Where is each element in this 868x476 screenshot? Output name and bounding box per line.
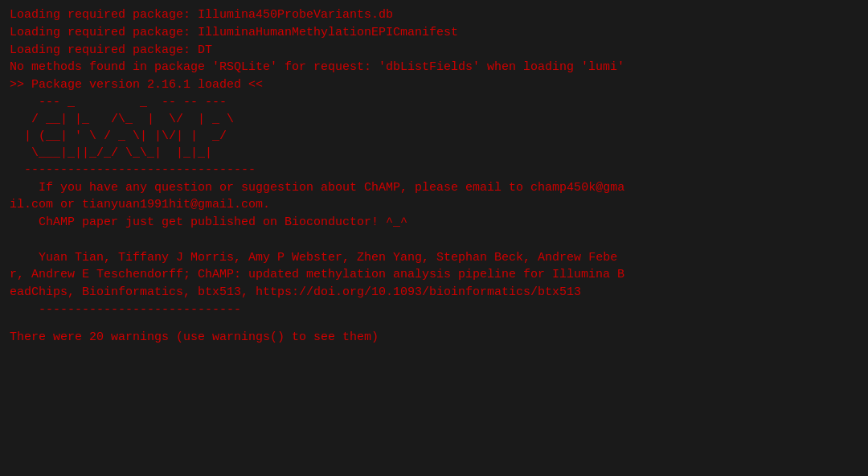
ascii-art-line1: --- _ _ -- -- --- xyxy=(10,94,858,111)
info-email: If you have any question or suggestion a… xyxy=(10,179,858,215)
console-line-3: Loading required package: DT xyxy=(10,42,858,60)
console-output: Loading required package: Illumina450Pro… xyxy=(0,0,868,476)
ascii-art-line3: | (__| ' \ / _ \| |\/| | _/ xyxy=(10,128,858,145)
console-line-4: No methods found in package 'RSQLite' fo… xyxy=(10,59,858,76)
divider-2: ---------------------------- xyxy=(10,302,858,319)
info-citation: Yuan Tian, Tiffany J Morris, Amy P Webst… xyxy=(10,249,858,302)
warnings-notice: There were 20 warnings (use warnings() t… xyxy=(10,329,858,347)
info-paper: ChAMP paper just get published on Biocon… xyxy=(10,214,858,232)
ascii-art-line2: / __| |_ /\_ | \/ | _ \ xyxy=(10,111,858,128)
console-line-2: Loading required package: IlluminaHumanM… xyxy=(10,24,858,42)
console-line-1: Loading required package: Illumina450Pro… xyxy=(10,6,858,24)
divider-1: -------------------------------- xyxy=(10,162,858,179)
ascii-art-line4: \___|_||_/_/ \_\_| |_|_| xyxy=(10,145,858,162)
console-line-5: >> Package version 2.16.1 loaded << xyxy=(10,76,858,94)
